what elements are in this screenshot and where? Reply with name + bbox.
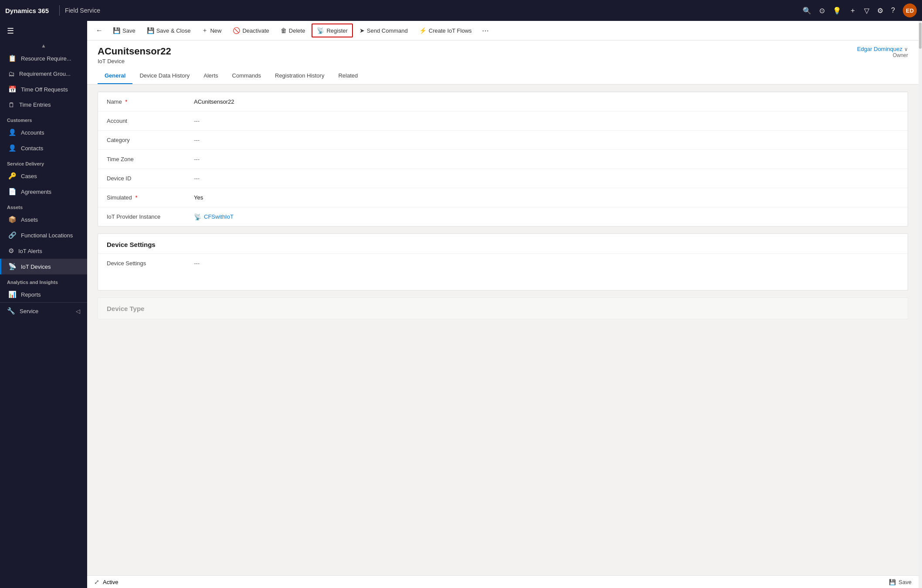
- tab-device-data-history[interactable]: Device Data History: [132, 68, 197, 84]
- add-icon[interactable]: ＋: [849, 6, 856, 15]
- required-indicator: *: [125, 98, 127, 105]
- sidebar-item-reports[interactable]: 📊 Reports: [0, 287, 87, 302]
- back-icon: ←: [96, 27, 103, 34]
- scroll-up-indicator: ▲: [0, 41, 87, 51]
- sidebar-item-agreements[interactable]: 📄 Agreements: [0, 184, 87, 199]
- tab-registration-history[interactable]: Registration History: [268, 68, 331, 84]
- new-button[interactable]: ＋ New: [197, 24, 226, 37]
- sidebar-item-label: Contacts: [21, 145, 43, 152]
- record-subtitle: IoT Device: [98, 58, 171, 64]
- device-id-value[interactable]: ---: [194, 175, 899, 182]
- iot-alerts-icon: ⚙: [8, 247, 14, 255]
- record-header: ACunitsensor22 IoT Device Edgar Dominque…: [87, 41, 919, 64]
- sidebar-item-resource-requirements[interactable]: 📋 Resource Require...: [0, 51, 87, 66]
- sidebar-item-service[interactable]: 🔧 Service ◁: [0, 302, 87, 319]
- iot-provider-value[interactable]: 📡 CFSwithIoT: [194, 213, 899, 220]
- register-button[interactable]: 📡 Register: [312, 24, 353, 37]
- general-section: Name * ACunitsensor22 Account --- Catego…: [98, 91, 908, 226]
- back-button[interactable]: ←: [92, 24, 106, 37]
- agreements-icon: 📄: [8, 188, 17, 196]
- sidebar-item-requirement-groups[interactable]: 🗂 Requirement Grou...: [0, 66, 87, 81]
- field-name-row: Name * ACunitsensor22: [98, 92, 908, 111]
- create-iot-flows-button[interactable]: ⚡ Create IoT Flows: [414, 24, 477, 37]
- sidebar-item-label: Time Off Requests: [21, 86, 68, 93]
- hamburger-menu[interactable]: ☰: [0, 21, 87, 41]
- device-settings-section: Device Settings Device Settings ---: [98, 233, 908, 291]
- sidebar-item-contacts[interactable]: 👤 Contacts: [0, 140, 87, 156]
- settings-icon[interactable]: ⚙: [877, 7, 883, 15]
- sidebar-item-label: Accounts: [21, 129, 44, 136]
- sidebar-item-time-off-requests[interactable]: 📅 Time Off Requests: [0, 81, 87, 97]
- save-icon: 💾: [113, 27, 120, 34]
- register-label: Register: [326, 27, 347, 34]
- scrollbar-thumb[interactable]: [919, 23, 922, 49]
- save-button[interactable]: 💾 Save: [108, 24, 140, 37]
- category-label: Category: [107, 137, 194, 143]
- device-id-label: Device ID: [107, 175, 194, 182]
- circle-check-icon[interactable]: ⊙: [819, 7, 825, 15]
- device-settings-title: Device Settings: [98, 234, 908, 253]
- help-icon[interactable]: ?: [891, 7, 895, 14]
- send-command-button[interactable]: ➤ Send Command: [355, 24, 413, 37]
- deactivate-icon: 🚫: [233, 27, 240, 34]
- accounts-icon: 👤: [8, 128, 17, 136]
- status-save-icon: 💾: [889, 579, 896, 585]
- tab-general[interactable]: General: [98, 68, 132, 84]
- timezone-value[interactable]: ---: [194, 156, 899, 162]
- send-command-icon: ➤: [359, 27, 365, 34]
- sidebar-bottom-label: Service: [20, 308, 38, 314]
- sidebar-item-functional-locations[interactable]: 🔗 Functional Locations: [0, 227, 87, 243]
- field-iot-provider-row: IoT Provider Instance 📡 CFSwithIoT: [98, 207, 908, 226]
- name-label: Name *: [107, 98, 194, 105]
- simulated-required: *: [135, 194, 137, 201]
- name-value[interactable]: ACunitsensor22: [194, 98, 899, 105]
- account-value[interactable]: ---: [194, 118, 899, 124]
- time-entries-icon: 🗒: [8, 101, 15, 108]
- owner-name[interactable]: Edgar Dominquez: [857, 46, 902, 52]
- filter-icon[interactable]: ▽: [864, 7, 869, 15]
- device-settings-label: Device Settings: [107, 260, 194, 267]
- deactivate-button[interactable]: 🚫 Deactivate: [228, 24, 274, 37]
- save-close-label: Save & Close: [156, 27, 191, 34]
- delete-button[interactable]: 🗑 Delete: [276, 24, 310, 37]
- lightbulb-icon[interactable]: 💡: [833, 7, 841, 15]
- sidebar-item-iot-alerts[interactable]: ⚙ IoT Alerts: [0, 243, 87, 259]
- tab-related[interactable]: Related: [331, 68, 365, 84]
- iot-flows-icon: ⚡: [419, 27, 427, 34]
- sidebar-item-cases[interactable]: 🔑 Cases: [0, 168, 87, 184]
- tab-commands[interactable]: Commands: [225, 68, 268, 84]
- field-device-settings-row: Device Settings ---: [98, 253, 908, 273]
- save-close-button[interactable]: 💾 Save & Close: [142, 24, 196, 37]
- search-icon[interactable]: 🔍: [803, 7, 811, 15]
- sidebar-item-label: Assets: [21, 216, 38, 223]
- reports-icon: 📊: [8, 291, 17, 298]
- create-iot-flows-label: Create IoT Flows: [429, 27, 472, 34]
- status-save-area[interactable]: 💾 Save: [889, 579, 912, 585]
- user-avatar[interactable]: ED: [903, 3, 917, 17]
- sidebar-item-time-entries[interactable]: 🗒 Time Entries: [0, 97, 87, 112]
- sidebar-item-accounts[interactable]: 👤 Accounts: [0, 125, 87, 140]
- category-value[interactable]: ---: [194, 137, 899, 143]
- sidebar-item-label: Time Entries: [19, 101, 51, 108]
- right-scrollbar: [919, 21, 922, 588]
- app-module: Field Service: [65, 7, 100, 14]
- device-settings-value[interactable]: ---: [194, 260, 899, 267]
- form-tabs: General Device Data History Alerts Comma…: [87, 68, 919, 84]
- service-delivery-label: Service Delivery: [0, 156, 87, 168]
- sidebar-item-iot-devices[interactable]: 📡 IoT Devices: [0, 259, 87, 274]
- assets-icon: 📦: [8, 216, 17, 223]
- sidebar-item-label: Requirement Grou...: [19, 71, 71, 77]
- sidebar-item-label: Agreements: [21, 189, 51, 195]
- sidebar-item-assets[interactable]: 📦 Assets: [0, 212, 87, 227]
- simulated-label: Simulated *: [107, 194, 194, 201]
- iot-provider-link-text[interactable]: CFSwithIoT: [204, 213, 234, 220]
- customers-section-label: Customers: [0, 112, 87, 125]
- tab-alerts[interactable]: Alerts: [197, 68, 225, 84]
- sidebar-item-label: Cases: [21, 173, 37, 179]
- more-options-button[interactable]: ⋯: [478, 24, 492, 37]
- simulated-value[interactable]: Yes: [194, 194, 899, 201]
- iot-devices-icon: 📡: [8, 263, 17, 270]
- expand-icon[interactable]: ⤢: [94, 578, 99, 585]
- chevron-right-icon: ◁: [76, 308, 80, 314]
- owner-chevron-icon[interactable]: ∨: [904, 46, 908, 52]
